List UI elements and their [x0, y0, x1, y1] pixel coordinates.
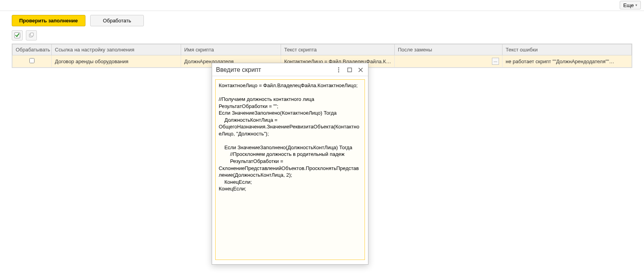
- grid-header-row: Обрабатывать Ссылка на настройку заполне…: [13, 44, 632, 55]
- dialog-title: Введите скрипт: [216, 66, 335, 68]
- top-bar: Еще: [0, 0, 644, 11]
- svg-rect-2: [30, 33, 33, 36]
- cell-ellipsis-button[interactable]: …: [492, 58, 499, 65]
- row-checkbox[interactable]: [29, 58, 34, 63]
- dialog-title-actions: [335, 66, 364, 68]
- more-menu-button[interactable]: Еще: [620, 1, 641, 9]
- icon-toolbar: [0, 29, 644, 44]
- cell-link[interactable]: Договор аренды оборудования: [52, 55, 181, 68]
- svg-point-3: [338, 68, 339, 68]
- maximize-icon: [347, 68, 352, 68]
- check-all-button[interactable]: [12, 30, 23, 40]
- kebab-icon: [338, 67, 339, 68]
- col-after-replace[interactable]: После замены: [395, 44, 503, 55]
- more-menu-label: Еще: [623, 2, 634, 8]
- col-script-text[interactable]: Текст скрипта: [281, 44, 395, 55]
- uncheck-all-button[interactable]: [26, 30, 37, 40]
- col-error-text[interactable]: Текст ошибки: [503, 44, 632, 55]
- checkbox-check-icon: [14, 32, 20, 38]
- close-icon: [358, 68, 363, 68]
- dialog-close-button[interactable]: [357, 66, 364, 68]
- dialog-maximize-button[interactable]: [346, 66, 353, 68]
- main-toolbar: Проверить заполнение Обработать: [0, 11, 644, 29]
- process-button[interactable]: Обработать: [90, 15, 144, 26]
- col-script-name[interactable]: Имя скрипта: [181, 44, 281, 55]
- dialog-menu-button[interactable]: [335, 66, 342, 68]
- dialog-titlebar[interactable]: Введите скрипт: [212, 63, 368, 68]
- col-process[interactable]: Обрабатывать: [13, 44, 52, 55]
- cell-error-text[interactable]: не работает скрипт ""ДолжнАрендодателя""…: [503, 55, 632, 68]
- empty-boxes-icon: [29, 33, 34, 38]
- check-fill-button[interactable]: Проверить заполнение: [12, 15, 85, 26]
- cell-after-replace[interactable]: …: [395, 55, 503, 68]
- cell-process[interactable]: [13, 55, 52, 68]
- col-link[interactable]: Ссылка на настройку заполнения: [52, 44, 181, 55]
- script-dialog: Введите скрипт: [212, 63, 368, 68]
